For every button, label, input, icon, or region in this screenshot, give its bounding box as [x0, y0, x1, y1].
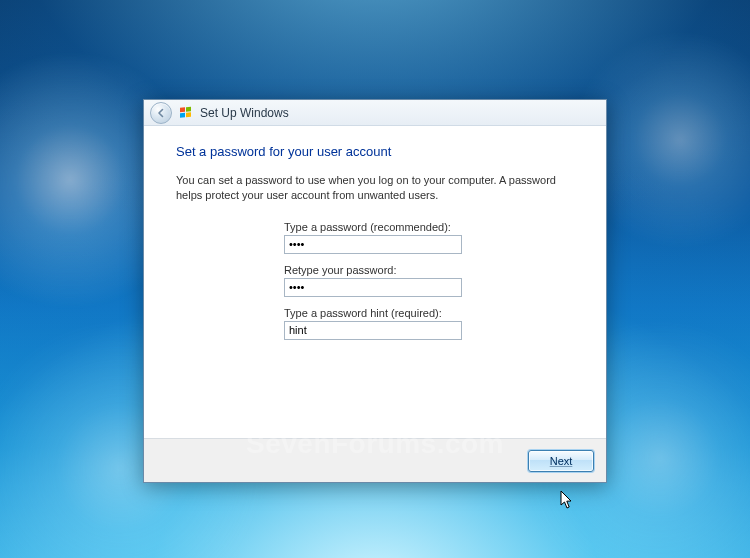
svg-rect-2: [180, 112, 185, 117]
page-description: You can set a password to use when you l…: [176, 173, 574, 203]
password-hint-input[interactable]: [284, 321, 462, 340]
svg-rect-1: [186, 106, 191, 111]
setup-window: Set Up Windows Set a password for your u…: [143, 99, 607, 483]
back-button[interactable]: [150, 102, 172, 124]
next-button[interactable]: Next: [528, 450, 594, 472]
content-area: Set a password for your user account You…: [144, 126, 606, 438]
svg-rect-0: [180, 107, 185, 112]
password-hint-label: Type a password hint (required):: [284, 307, 464, 319]
password-form: Type a password (recommended): Retype yo…: [284, 221, 464, 340]
windows-flag-icon: [178, 105, 194, 121]
titlebar: Set Up Windows: [144, 100, 606, 126]
password-input[interactable]: [284, 235, 462, 254]
mouse-cursor-icon: [560, 490, 574, 510]
back-arrow-icon: [156, 108, 166, 118]
svg-rect-3: [186, 112, 191, 117]
retype-password-input[interactable]: [284, 278, 462, 297]
password-label: Type a password (recommended):: [284, 221, 464, 233]
footer-bar: Next: [144, 438, 606, 482]
page-heading: Set a password for your user account: [176, 144, 574, 159]
next-button-label: Next: [550, 455, 573, 467]
window-title: Set Up Windows: [200, 106, 289, 120]
retype-password-label: Retype your password:: [284, 264, 464, 276]
